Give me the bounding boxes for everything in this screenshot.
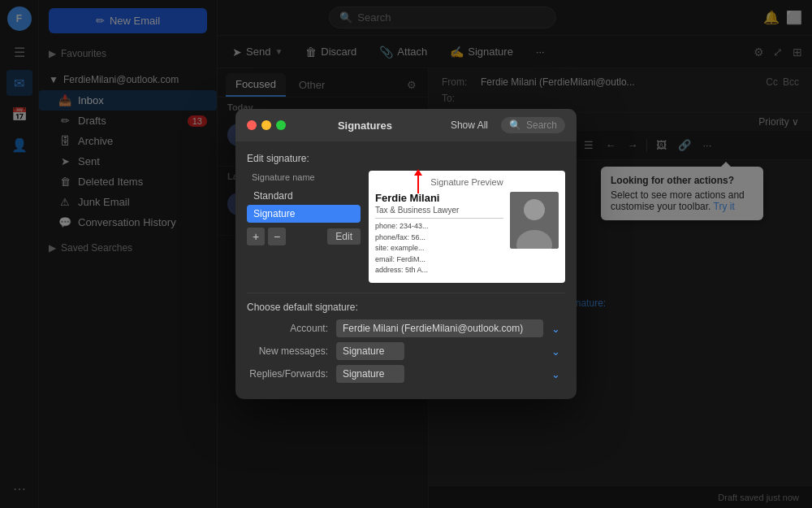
account-field-label: Account: <box>247 323 328 334</box>
default-sig-title: Choose default signature: <box>247 302 565 313</box>
modal-body: Edit signature: Signature name Standard … <box>235 141 577 399</box>
new-messages-label: New messages: <box>247 345 328 357</box>
sig-preview-photo <box>510 192 559 249</box>
new-messages-select-wrapper: Signature <box>336 342 565 360</box>
sig-detail-site: site: example... <box>375 243 503 254</box>
sig-edit-button[interactable]: Edit <box>327 228 361 245</box>
sig-photo-inner <box>510 192 559 249</box>
modal-titlebar: Signatures Show All 🔍 Search <box>235 109 577 141</box>
sig-add-button[interactable]: + <box>247 228 265 245</box>
sig-preview-role: Tax & Business Lawyer <box>375 206 503 215</box>
sig-preview-panel: Signature Preview Ferdie Milani Tax & Bu… <box>369 171 565 283</box>
arrow-head-icon <box>414 169 422 176</box>
modal-titlebar-right: Show All 🔍 Search <box>444 117 565 133</box>
minimize-button[interactable] <box>261 120 271 130</box>
sig-remove-button[interactable]: − <box>268 228 286 245</box>
replies-select-wrapper: Signature <box>336 365 565 383</box>
sig-preview-details: phone: 234-43... phone/fax: 56... site: … <box>375 221 503 276</box>
sig-list-item-standard[interactable]: Standard <box>247 187 361 205</box>
arrow-stem <box>417 176 419 193</box>
replies-label: Replies/Forwards: <box>247 368 328 380</box>
svg-point-1 <box>524 199 545 220</box>
sig-detail-email: email: FerdiM... <box>375 254 503 266</box>
sig-preview-content: Ferdie Milani Tax & Business Lawyer phon… <box>375 192 559 276</box>
sig-list-item-signature[interactable]: Signature <box>247 205 361 223</box>
modal-search[interactable]: 🔍 Search <box>501 117 565 133</box>
account-row-modal: Account: Ferdie Milani (FerdieMilani@out… <box>247 319 565 337</box>
modal-title: Signatures <box>338 119 392 132</box>
signatures-modal: Signatures Show All 🔍 Search Edit signat… <box>235 109 577 399</box>
arrow-indicator <box>414 169 422 193</box>
sig-text-content: Ferdie Milani Tax & Business Lawyer phon… <box>375 192 503 276</box>
sig-preview-name: Ferdie Milani <box>375 192 503 204</box>
replies-row: Replies/Forwards: Signature <box>247 365 565 383</box>
account-select-wrapper: Ferdie Milani (FerdieMilani@outlook.com) <box>336 319 565 337</box>
sig-list-controls: + − Edit <box>247 228 361 245</box>
person-photo-svg <box>510 192 559 249</box>
modal-search-placeholder: Search <box>526 119 557 131</box>
traffic-lights <box>247 120 286 130</box>
modal-search-icon: 🔍 <box>509 119 521 131</box>
show-all-button[interactable]: Show All <box>444 118 495 132</box>
sig-vertical-line <box>375 218 503 219</box>
sig-list-header: Signature name <box>247 171 361 184</box>
replies-select[interactable]: Signature <box>336 365 404 383</box>
maximize-button[interactable] <box>276 120 286 130</box>
sig-detail-phone: phone: 234-43... <box>375 221 503 232</box>
sig-detail-address: address: 5th A... <box>375 265 503 276</box>
close-button[interactable] <box>247 120 257 130</box>
default-sig-section: Choose default signature: Account: Ferdi… <box>247 293 565 383</box>
edit-sig-label: Edit signature: <box>247 153 565 164</box>
sig-split: Signature name Standard Signature + − Ed… <box>247 171 565 283</box>
account-select[interactable]: Ferdie Milani (FerdieMilani@outlook.com) <box>336 319 543 337</box>
app-layout: F ☰ ✉ 📅 👤 ⋯ ✏ New Email ▶ Favourites ▼ F… <box>0 0 812 508</box>
sig-list-panel: Signature name Standard Signature + − Ed… <box>247 171 361 283</box>
modal-overlay[interactable]: Signatures Show All 🔍 Search Edit signat… <box>0 0 812 508</box>
new-messages-select[interactable]: Signature <box>336 342 404 360</box>
new-messages-row: New messages: Signature <box>247 342 565 360</box>
sig-preview-title: Signature Preview <box>375 177 559 187</box>
sig-detail-fax: phone/fax: 56... <box>375 232 503 244</box>
